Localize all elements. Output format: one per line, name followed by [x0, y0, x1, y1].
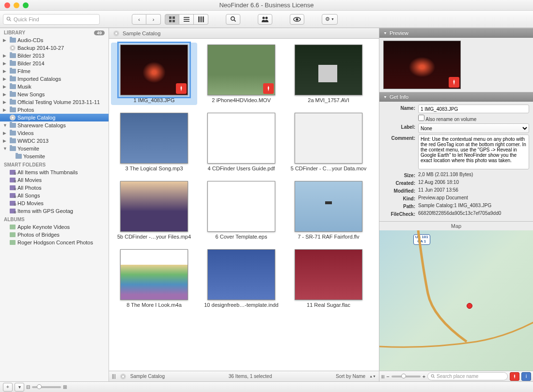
geotag-icon[interactable]	[176, 83, 187, 94]
thumbnail-item[interactable]: 8 The More I Look.m4a	[113, 249, 195, 308]
sidebar-library-item[interactable]: ▶Official Testing Volume 2013-11-11	[0, 98, 109, 106]
svg-line-13	[234, 20, 235, 21]
thumbnail-item[interactable]: 11 Real Sugar.flac	[287, 249, 370, 308]
sidebar-smart-item[interactable]: All Movies	[0, 176, 109, 184]
sidebar-library-item[interactable]: ▶Photos	[0, 106, 109, 114]
thumbnail-image	[120, 113, 188, 164]
svg-rect-6	[184, 17, 189, 18]
sidebar-album-item[interactable]: Roger Hodgson Concert Photos	[0, 239, 109, 246]
svg-rect-8	[184, 21, 189, 22]
magnify-icon	[230, 16, 236, 22]
modified-value: 11 Jun 2007 13:56	[418, 187, 529, 193]
label-select[interactable]: None	[418, 123, 529, 133]
thumbnail-item[interactable]: 7 - SR-71 RAF Fairford.flv	[287, 181, 370, 240]
svg-rect-11	[203, 16, 204, 22]
quick-find-input[interactable]: Quick Find	[3, 14, 100, 25]
getinfo-panel-header[interactable]: ▼Get Info	[379, 92, 533, 102]
zoom-in-button[interactable]: +	[423, 374, 425, 379]
action-dropdown-button[interactable]: ▾	[15, 383, 24, 392]
thumbnail-image	[207, 113, 275, 164]
action-menu-button[interactable]: ⚙ ▼	[322, 14, 338, 25]
thumbnail-item[interactable]: 6 Cover Template.eps	[200, 181, 282, 240]
sidebar-library-item[interactable]: ▼Shareware Catalogs	[0, 121, 109, 129]
sidebar-library-item[interactable]: ▶Filme	[0, 67, 109, 75]
zoom-in-button[interactable]: ⊞	[63, 384, 67, 390]
name-input[interactable]	[418, 105, 529, 113]
column-view-button[interactable]	[194, 14, 208, 25]
grid-scroll[interactable]: 1 IMG_4083.JPG2 iPhone4HDVideo.MOV2a MVI…	[109, 39, 379, 371]
columns-toggle-icon[interactable]: |||	[381, 374, 384, 378]
inspector: ▼Preview ▼Get Info Name: Also rename on …	[379, 28, 533, 381]
sidebar-library-item[interactable]: ▶Audio-CDs	[0, 36, 109, 44]
thumbnail-item[interactable]: 2a MVI_1757.AVI	[287, 45, 370, 103]
thumbnail-item[interactable]: 2 iPhone4HDVideo.MOV	[200, 45, 282, 103]
find-button[interactable]	[226, 14, 240, 25]
zoom-out-button[interactable]: ⊟	[26, 384, 30, 390]
sidebar-library-item[interactable]: ▶Bilder 2013	[0, 52, 109, 60]
sidebar-album-item[interactable]: Photos of Bridges	[0, 231, 109, 239]
svg-rect-10	[200, 16, 202, 22]
sidebar-library-item[interactable]: ▶Videos	[0, 129, 109, 137]
zoom-out-button[interactable]: −	[386, 374, 389, 379]
sidebar-smart-item[interactable]: All Songs	[0, 192, 109, 199]
library-header: LIBRARY 49	[0, 28, 109, 36]
rename-on-volume-checkbox[interactable]	[418, 115, 424, 121]
search-icon	[431, 374, 435, 378]
map-search-input[interactable]: Search place name	[427, 372, 508, 380]
sidebar-library-item[interactable]: ▶WWDC 2013	[0, 137, 109, 145]
comment-textarea[interactable]: Hint: Use the contextual menu on any pho…	[418, 135, 529, 169]
map-zoom-slider[interactable]	[392, 376, 421, 377]
sidebar-library-item[interactable]: ▼Yosemite	[0, 145, 109, 152]
sidebar-library-item[interactable]: ▶Bilder 2014	[0, 60, 109, 67]
forward-button[interactable]: ›	[146, 14, 161, 25]
thumbnail-item[interactable]: 3 The Logical Song.mp3	[113, 113, 195, 171]
svg-rect-7	[184, 19, 189, 20]
geotag-button[interactable]	[510, 372, 519, 381]
sidebar-smart-item[interactable]: Items with GPS Geotag	[0, 207, 109, 215]
thumbnail-item[interactable]: 5b CDFinder -…your Files.mp4	[113, 181, 195, 240]
sidebar-library-item[interactable]: Sample Catalog	[0, 114, 109, 121]
sort-button[interactable]: Sort by Name	[336, 374, 365, 379]
svg-point-18	[431, 375, 434, 377]
info-button[interactable]: i	[521, 372, 531, 381]
thumbnail-label: 2a MVI_1757.AVI	[308, 97, 349, 103]
sidebar-library-item[interactable]: Backup 2014-10-27	[0, 44, 109, 52]
geotag-icon[interactable]	[449, 77, 459, 88]
back-button[interactable]: ‹	[132, 14, 146, 25]
thumbnail-label: 7 - SR-71 RAF Fairford.flv	[298, 234, 359, 240]
thumbnail-item[interactable]: 1 IMG_4083.JPG	[111, 43, 197, 105]
thumbnail-item[interactable]: 5 CDFinder - C…your Data.mov	[287, 113, 370, 171]
sidebar-library-item[interactable]: ▶New Songs	[0, 90, 109, 98]
preview-panel-header[interactable]: ▼Preview	[379, 28, 533, 38]
columns-toggle-icon[interactable]: |||	[112, 374, 116, 379]
sidebar-album-item[interactable]: Apple Keynote Videos	[0, 223, 109, 231]
window-title: NeoFinder 6.6 - Business License	[0, 1, 533, 9]
sidebar: LIBRARY 49 ▶Audio-CDsBackup 2014-10-27▶B…	[0, 28, 109, 381]
thumbnail-image	[207, 249, 275, 300]
sidebar-smart-item[interactable]: All Photos	[0, 184, 109, 192]
add-button[interactable]: +	[3, 383, 13, 392]
sidebar-library-item[interactable]: ▶Imported Catalogs	[0, 75, 109, 83]
disclosure-triangle-icon: ▼	[383, 95, 387, 99]
sidebar-smart-item[interactable]: All Items with Thumbnails	[0, 168, 109, 176]
thumbnail-image	[207, 45, 275, 95]
thumbnail-label: 5b CDFinder -…your Files.mp4	[117, 234, 191, 240]
sidebar-library-item[interactable]: Yosemite	[0, 152, 109, 160]
sidebar-library-item[interactable]: ▶Musik	[0, 83, 109, 90]
albums-header: ALBUMS	[0, 215, 109, 223]
thumbnail-item[interactable]: 10 designfreeb…-template.indd	[200, 249, 282, 308]
thumbnail-size-slider[interactable]	[32, 386, 61, 388]
map-pin-icon[interactable]	[467, 303, 472, 309]
list-view-button[interactable]	[179, 14, 194, 25]
sidebar-smart-item[interactable]: HD Movies	[0, 199, 109, 207]
icon-view-button[interactable]	[165, 14, 179, 25]
map-view[interactable]: US 101CA 1	[379, 230, 533, 371]
people-button[interactable]	[258, 14, 272, 25]
geotag-icon[interactable]	[263, 83, 274, 94]
title-bar: NeoFinder 6.6 - Business License	[0, 0, 533, 11]
thumbnail-item[interactable]: 4 CDFinder Users Guide.pdf	[200, 113, 282, 171]
thumbnail-label: 2 iPhone4HDVideo.MOV	[212, 97, 270, 103]
sort-chevron-icon[interactable]: ▲▼	[369, 375, 376, 378]
quicklook-button[interactable]	[290, 14, 304, 25]
preview-image[interactable]	[383, 41, 461, 89]
